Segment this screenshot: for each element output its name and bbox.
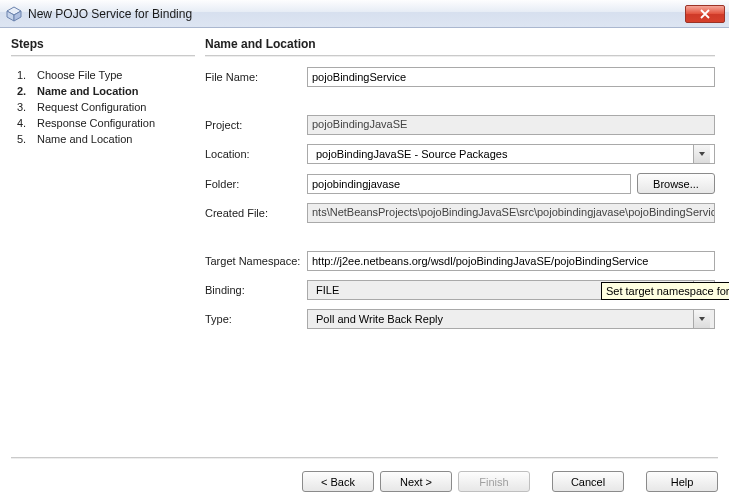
binding-label: Binding: [205,284,301,296]
createdfile-field: nts\NetBeansProjects\pojoBindingJavaSE\s… [307,203,715,223]
app-icon [6,6,22,22]
cancel-button[interactable]: Cancel [552,471,624,492]
browse-button[interactable]: Browse... [637,173,715,194]
divider [11,55,195,57]
back-button[interactable]: < Back [302,471,374,492]
step-1: 1.Choose File Type [17,67,195,83]
close-button[interactable] [685,5,725,23]
folder-input[interactable] [307,174,631,194]
steps-list: 1.Choose File Type 2.Name and Location 3… [11,67,195,147]
type-label: Type: [205,313,301,325]
next-button[interactable]: Next > [380,471,452,492]
step-4: 4.Response Configuration [17,115,195,131]
steps-title: Steps [11,37,195,51]
tooltip: Set target namespace for [601,282,729,300]
step-2: 2.Name and Location [17,83,195,99]
finish-button: Finish [458,471,530,492]
createdfile-label: Created File: [205,207,301,219]
type-value: Poll and Write Back Reply [312,311,693,327]
titlebar: New POJO Service for Binding [0,0,729,28]
location-label: Location: [205,148,301,160]
folder-label: Folder: [205,178,301,190]
chevron-down-icon[interactable] [693,145,710,163]
chevron-down-icon[interactable] [693,310,710,328]
step-5: 5.Name and Location [17,131,195,147]
filename-label: File Name: [205,71,301,83]
window-title: New POJO Service for Binding [28,7,192,21]
help-button[interactable]: Help [646,471,718,492]
panel-title: Name and Location [205,37,715,51]
location-combo[interactable]: pojoBindingJavaSE - Source Packages [307,144,715,164]
type-combo[interactable]: Poll and Write Back Reply [307,309,715,329]
targetns-label: Target Namespace: [205,255,301,267]
filename-input[interactable] [307,67,715,87]
close-icon [700,9,710,19]
step-3: 3.Request Configuration [17,99,195,115]
footer: < Back Next > Finish Cancel Help [0,459,729,503]
location-value: pojoBindingJavaSE - Source Packages [312,146,693,162]
divider [205,55,715,57]
project-label: Project: [205,119,301,131]
project-field: pojoBindingJavaSE [307,115,715,135]
targetns-input[interactable] [307,251,715,271]
